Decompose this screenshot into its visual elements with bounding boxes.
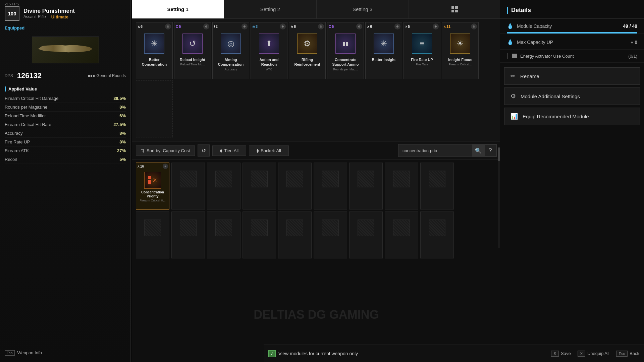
module-settings-button[interactable]: ⚙ Module Additional Settings — [504, 87, 640, 105]
equip-recommended-button[interactable]: 📊 Equip Recommended Module — [504, 108, 640, 125]
inv-slot-15[interactable] — [349, 212, 383, 258]
capacity-bar-container — [500, 32, 644, 35]
inv-slot-7[interactable] — [385, 163, 418, 209]
sort-icon: ⇅ — [141, 148, 145, 153]
module-sub-3: ATK — [265, 68, 273, 72]
inv-slot-16[interactable] — [385, 212, 418, 258]
help-button[interactable]: ? — [484, 144, 496, 157]
rename-button[interactable]: ✏ Rename — [504, 67, 640, 85]
tab-setting-2[interactable]: Setting 2 — [224, 0, 316, 18]
module-icon-4: ⚙ — [297, 34, 317, 54]
dps-value: 126132 — [17, 71, 42, 80]
capacity-bar-fill — [507, 32, 637, 34]
current-weapon-checkbox[interactable]: ✓ — [268, 350, 276, 357]
main-panel: Setting 1 Setting 2 Setting 3 ∧6 ⊕ ✳ Bet… — [132, 0, 501, 362]
inv-slot-14[interactable] — [314, 212, 347, 258]
refresh-button[interactable]: ↺ — [198, 144, 210, 157]
module-icon-3: ⬆ — [259, 34, 279, 54]
equipped-module-7[interactable]: ×5 ⊕ ≡ Fire Rate UP Fire Rate — [404, 22, 440, 79]
inv-slot-4[interactable] — [278, 163, 312, 209]
module-sub-7: Fire Rate — [414, 63, 429, 67]
weapon-image-area — [0, 33, 130, 69]
inv-slot-1[interactable] — [171, 163, 205, 209]
inv-module-sub-0: Firearm Critical H... — [139, 199, 167, 202]
search-button[interactable]: 🔍 — [472, 144, 484, 157]
module-name-5: Concentrate Support Ammo — [327, 57, 364, 68]
sort-button[interactable]: ⇅ Sort by: Capacity Cost — [136, 145, 195, 156]
equipped-module-5[interactable]: C5 ⊕ ▮▮ Concentrate Support Ammo Rounds … — [327, 22, 364, 79]
weapon-type: Assault Rifle — [23, 14, 46, 19]
inv-module-name-0: Concentration Priority — [136, 190, 169, 199]
equipped-module-4[interactable]: ≋6 ⊕ ⚙ Rifling Reinforcement — [289, 22, 326, 79]
module-icon-2: ◎ — [221, 34, 241, 54]
rounds-label: General Rounds — [97, 73, 126, 78]
module-name-0: Better Concentration — [136, 57, 172, 68]
checkbox-label: View modules for current weapon only — [278, 351, 358, 356]
inv-slot-6[interactable] — [349, 163, 383, 209]
tier-filter-button[interactable]: ⧫ Tier: All — [212, 145, 246, 156]
socket-filter-button[interactable]: ⧫ Socket: All — [249, 145, 289, 156]
inv-slot-17[interactable] — [420, 212, 454, 258]
search-filter-bar: ⇅ Sort by: Capacity Cost ↺ ⧫ Tier: All ⧫… — [132, 141, 501, 160]
inv-icon-0: ✳ — [144, 172, 161, 189]
inv-slot-12[interactable] — [243, 212, 276, 258]
module-capacity-row: 💧 Module Capacity 49 / 49 — [500, 19, 644, 34]
details-title: Details — [507, 7, 531, 14]
inv-slot-9[interactable] — [136, 212, 169, 258]
dps-label: DPS — [5, 73, 13, 78]
inv-slot-11[interactable] — [207, 212, 240, 258]
inv-slot-3[interactable] — [243, 163, 276, 209]
tab-grid-view[interactable] — [409, 0, 501, 18]
search-icon: 🔍 — [475, 147, 482, 154]
inv-module-concentration-priority[interactable]: ∧16 ⊕ ✳ C — [136, 163, 169, 209]
equipped-module-9[interactable] — [136, 80, 173, 137]
capacity-bar — [507, 32, 637, 34]
stat-row-6: Firearm ATK 27% — [5, 146, 126, 155]
search-input[interactable] — [398, 146, 472, 156]
module-inventory: ∧16 ⊕ ✳ C — [132, 160, 501, 263]
equipped-module-6[interactable]: ∧6 ⊕ ✳ Better Insight — [365, 22, 402, 79]
capacity-label: Module Capacity — [517, 23, 620, 29]
inventory-row-1 — [136, 212, 497, 258]
module-icon-7: ≡ — [412, 34, 432, 54]
stat-row-0: Firearm Critical Hit Damage 38.5% — [5, 94, 126, 103]
equipped-module-0[interactable]: ∧6 ⊕ ✳ Better Concentration — [136, 22, 173, 79]
energy-value: (0/1) — [628, 54, 637, 59]
tab-setting-3[interactable]: Setting 3 — [317, 0, 409, 18]
back-key: Esc Back — [616, 351, 639, 357]
weapon-image — [32, 37, 99, 63]
inv-slot-2[interactable] — [207, 163, 240, 209]
module-sub-1: Reload Time Mo... — [179, 63, 206, 67]
max-capacity-icon: 💧 — [507, 39, 514, 45]
equipped-module-1[interactable]: C5 ⊕ ↺ Reload Insight Reload Time Mo... — [174, 22, 211, 79]
applied-value-section: Applied Value Firearm Critical Hit Damag… — [0, 83, 130, 165]
capacity-value: 49 / 49 — [623, 23, 637, 29]
stat-row-4: Accuracy 8% — [5, 129, 126, 138]
weapon-rarity: Ultimate — [51, 14, 68, 19]
inv-slot-10[interactable] — [171, 212, 205, 258]
module-icon-0: ✳ — [144, 34, 164, 54]
fps-counter: 215 FPS — [5, 2, 19, 6]
equipped-module-2[interactable]: /2 ⊕ ◎ Aiming Compensation Accuracy — [212, 22, 249, 79]
inv-slot-8[interactable] — [420, 163, 454, 209]
unequip-all-key: X Unequip All — [578, 351, 609, 357]
inv-slot-13[interactable] — [278, 212, 312, 258]
module-icon-6: ✳ — [374, 34, 394, 54]
weapon-name: Divine Punishment — [23, 8, 75, 14]
checkbox-area[interactable]: ✓ View modules for current weapon only — [268, 350, 358, 357]
inv-slot-5[interactable] — [314, 163, 347, 209]
weapon-info-tab[interactable]: Tab Weapon Info — [5, 350, 42, 355]
tab-key: Tab — [5, 350, 15, 356]
equipped-module-3[interactable]: ≋3 ⊕ ⬆ Action and Reaction ATK — [251, 22, 287, 79]
tab-setting-1[interactable]: Setting 1 — [132, 0, 224, 18]
module-sub-8: Firearm Critical... — [447, 63, 473, 67]
socket-filter-label: Socket: All — [261, 148, 281, 153]
equipped-module-8[interactable]: ∧11 ⊕ ☀ Insight Focus Firearm Critical..… — [442, 22, 479, 79]
weapon-info-label: Weapon Info — [17, 350, 42, 355]
help-icon: ? — [489, 147, 492, 154]
left-panel: 215 FPS 100 Divine Punishment Assault Ri… — [0, 0, 131, 362]
max-capacity-row: 💧 Max Capacity UP + 0 — [500, 35, 644, 50]
weapon-info: Divine Punishment Assault Rifle Ultimate — [23, 8, 75, 19]
tier-filter-icon: ⧫ — [220, 148, 222, 153]
save-key: S Save — [551, 351, 571, 357]
